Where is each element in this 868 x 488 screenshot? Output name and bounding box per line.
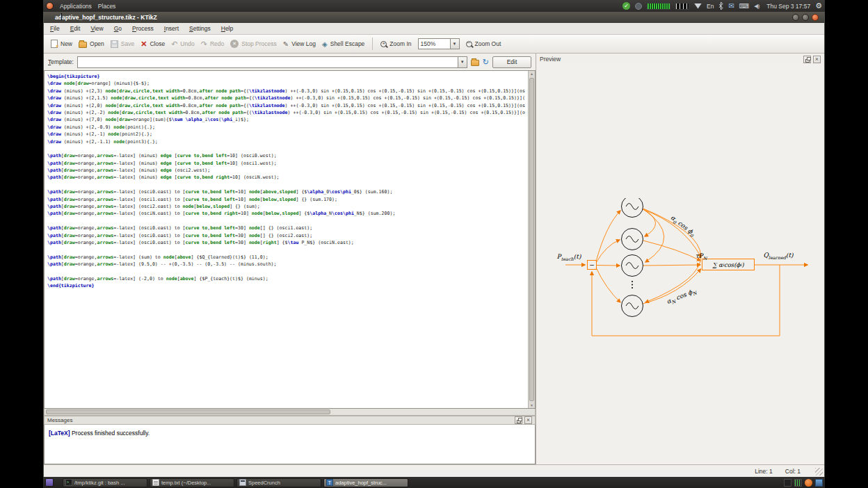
bottom-taskbar: /tmp/ktikz.git : bash ...temp.txt (~/Des…: [43, 477, 825, 488]
menu-help[interactable]: Help: [221, 25, 233, 32]
template-combobox[interactable]: ▼: [77, 56, 467, 68]
desktop: Applications Places ✓ En ✉ ⌨ ◀)) Thu Sep…: [43, 0, 825, 488]
scroll-down-arrow-icon[interactable]: ▼: [529, 403, 535, 407]
taskbar-window-label: adaptive_hopf_struc...: [335, 480, 387, 486]
maximize-button[interactable]: [802, 14, 809, 21]
wifi-icon[interactable]: [694, 3, 702, 9]
keyboard-layout-indicator[interactable]: En: [707, 2, 714, 10]
menu-view[interactable]: View: [90, 25, 103, 32]
preview-header: Preview: [536, 54, 824, 65]
open-button[interactable]: Open: [79, 40, 104, 48]
message-text: Process finished successfully.: [72, 430, 150, 437]
minimize-button[interactable]: [792, 14, 799, 21]
code-line: \path[draw=orange,arrows=-latex] (minus)…: [47, 167, 525, 174]
undo-label: Undo: [180, 40, 194, 47]
new-button[interactable]: New: [51, 40, 72, 48]
template-reload-icon[interactable]: ↻: [483, 58, 489, 67]
clock[interactable]: Thu Sep 3 17:57: [766, 3, 810, 10]
template-open-folder-icon[interactable]: [471, 60, 479, 66]
code-line: \draw (minus) +(7,0) node[draw=orange](s…: [47, 116, 525, 123]
code-line: \path[draw=orange,arrows=-latex] (osci1.…: [47, 196, 525, 203]
open-folder-icon: [79, 42, 87, 48]
messages-log: [LaTeX] Process finished successfully.: [44, 425, 536, 464]
template-value-field[interactable]: [77, 56, 458, 68]
stop-label: Stop Process: [241, 40, 277, 47]
close-button[interactable]: [812, 14, 819, 21]
session-gear-icon[interactable]: ⚙: [815, 2, 822, 10]
code-line: \draw (minus) +(2,1.5) node[draw,circle,…: [47, 95, 525, 101]
preview-close-icon[interactable]: [813, 56, 821, 63]
menu-edit[interactable]: Edit: [70, 25, 81, 32]
network-globe-icon[interactable]: [635, 3, 642, 10]
view-log-label: View Log: [291, 40, 316, 47]
messages-header: Messages: [44, 416, 536, 425]
keyboard-icon[interactable]: ⌨: [739, 2, 749, 10]
taskbar-window-button[interactable]: temp.txt (~/Desktop...: [150, 478, 234, 487]
taskbar-window-button[interactable]: /tmp/ktikz.git : bash ...: [63, 478, 147, 487]
zoom-combobox[interactable]: 150% ▼: [418, 38, 460, 49]
mail-icon[interactable]: ✉: [728, 2, 734, 10]
ktikz-window: adaptive_hopf_structure.tikz - KTikZ Fil…: [43, 12, 825, 477]
menu-places[interactable]: Places: [98, 3, 116, 10]
bluetooth-icon[interactable]: [718, 2, 723, 10]
zoom-in-label: Zoom In: [389, 40, 411, 47]
zoom-out-button[interactable]: Zoom Out: [466, 40, 501, 47]
view-log-button[interactable]: ✎ View Log: [283, 40, 316, 48]
menu-settings[interactable]: Settings: [189, 25, 211, 32]
menu-file[interactable]: File: [50, 25, 60, 32]
taskbar-window-button[interactable]: SpeedCrunch: [236, 478, 321, 487]
save-button[interactable]: Save: [111, 40, 134, 48]
text-editor-icon: [152, 479, 159, 486]
messages-title: Messages: [47, 417, 513, 423]
close-label: Close: [150, 40, 165, 47]
undo-button[interactable]: ↶ Undo: [171, 40, 195, 48]
updates-ok-icon[interactable]: ✓: [622, 2, 630, 10]
zoom-value-field[interactable]: 150%: [418, 38, 450, 49]
menu-insert[interactable]: Insert: [164, 25, 179, 32]
menu-applications[interactable]: Applications: [60, 3, 92, 10]
template-row: Template: ▼ ↻ Edit: [44, 54, 536, 70]
menu-process[interactable]: Process: [132, 25, 154, 32]
template-dropdown-button[interactable]: ▼: [458, 56, 467, 68]
stop-process-button[interactable]: ✕ Stop Process: [230, 40, 277, 48]
taskbar-window-button[interactable]: adaptive_hopf_struc...: [323, 478, 408, 487]
editor-vertical-scrollbar[interactable]: ▲ ▼: [528, 71, 535, 408]
zoom-dropdown-button[interactable]: ▼: [450, 38, 460, 49]
template-edit-button[interactable]: Edit: [492, 56, 531, 68]
tray-notification-icon[interactable]: [805, 479, 812, 487]
code-editor[interactable]: \begin{tikzpicture}\draw node[draw=orang…: [44, 70, 536, 409]
menu-go[interactable]: Go: [114, 25, 122, 32]
new-document-icon: [51, 40, 58, 48]
code-line: \path[draw=orange,arrows=-latex] (minus)…: [47, 152, 525, 159]
horizontal-scroll-thumb[interactable]: [46, 409, 330, 414]
cpu-monitor-applet[interactable]: [675, 3, 689, 10]
zoom-in-button[interactable]: Zoom In: [380, 40, 411, 47]
volume-icon[interactable]: ◀)): [754, 2, 759, 10]
redo-label: Redo: [210, 40, 224, 47]
shell-escape-button[interactable]: ◈ Shell Escape: [322, 40, 364, 48]
scroll-up-arrow-icon[interactable]: ▲: [529, 72, 535, 76]
tray-terminal-icon[interactable]: [784, 479, 791, 487]
p-teach-label: Pteach(t): [549, 253, 589, 262]
vertical-scroll-thumb[interactable]: [529, 78, 534, 401]
tray-monitor-icon[interactable]: [794, 479, 802, 487]
preview-detach-icon[interactable]: [803, 56, 811, 63]
code-line: \path[draw=orange,arrows=-latex] (sum) t…: [47, 254, 525, 261]
distro-logo-icon[interactable]: [46, 2, 54, 10]
preview-canvas[interactable]: − ∑ αi cos(ϕi) Pteach(t) Qlearned(t) τPN…: [536, 65, 824, 464]
statusbar: Line: 1 Col: 1: [44, 464, 824, 477]
code-line: \draw (minus) +(2,-0.9) node(point){.};: [47, 124, 525, 131]
code-line: \path[draw=orange,arrows=-latex] (osci0.…: [47, 188, 525, 195]
messages-detach-icon[interactable]: [515, 416, 522, 424]
titlebar[interactable]: adaptive_hopf_structure.tikz - KTikZ: [44, 12, 824, 23]
close-file-button[interactable]: ✕ Close: [140, 40, 165, 48]
resize-grip[interactable]: [815, 468, 823, 475]
redo-button[interactable]: ↷ Redo: [201, 40, 225, 48]
messages-close-icon[interactable]: [524, 416, 532, 424]
tray-media-icon[interactable]: [815, 479, 823, 487]
show-desktop-button[interactable]: [45, 478, 54, 487]
preview-pane: Preview: [536, 54, 824, 464]
save-label: Save: [121, 40, 134, 47]
editor-horizontal-scrollbar[interactable]: [44, 409, 536, 416]
system-monitor-applet[interactable]: [647, 3, 670, 10]
